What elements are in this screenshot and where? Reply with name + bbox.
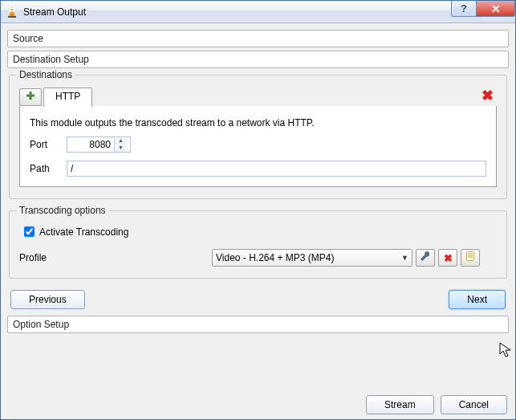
help-button[interactable]: ? xyxy=(451,1,477,17)
activate-transcoding-label: Activate Transcoding xyxy=(39,226,128,238)
add-destination-button[interactable] xyxy=(19,88,42,106)
destinations-fieldset: Destinations HTTP ✖ This module outputs … xyxy=(9,75,507,199)
document-icon xyxy=(465,251,476,265)
previous-button[interactable]: Previous xyxy=(10,290,85,309)
activate-transcoding-checkbox[interactable] xyxy=(24,226,35,237)
transcoding-legend: Transcoding options xyxy=(16,205,109,216)
nav-row: Previous Next xyxy=(10,290,506,309)
section-option-setup[interactable]: Option Setup xyxy=(7,316,509,333)
help-icon: ? xyxy=(461,2,467,14)
profile-value: Video - H.264 + MP3 (MP4) xyxy=(216,252,335,263)
vlc-icon xyxy=(6,6,18,18)
cursor-icon xyxy=(499,342,512,361)
bottom-buttons: Stream Cancel xyxy=(366,395,507,414)
profile-row: Profile Video - H.264 + MP3 (MP4) ▼ ✖ xyxy=(19,249,497,267)
wrench-icon xyxy=(420,251,431,265)
chevron-down-icon[interactable]: ▼ xyxy=(115,145,127,152)
transcoding-fieldset: Transcoding options Activate Transcoding… xyxy=(9,210,507,279)
port-spinner[interactable]: ▲ ▼ xyxy=(67,137,131,153)
destinations-legend: Destinations xyxy=(16,69,75,80)
destination-tabs: HTTP ✖ xyxy=(19,85,497,106)
x-icon: ✖ xyxy=(444,252,453,264)
cancel-button[interactable]: Cancel xyxy=(441,395,507,414)
http-tab-body: This module outputs the transcoded strea… xyxy=(19,106,497,187)
path-row: Path xyxy=(30,161,486,177)
dialog-body: Source Destination Setup Destinations HT… xyxy=(1,23,515,419)
svg-rect-6 xyxy=(467,252,474,261)
port-stepper[interactable]: ▲ ▼ xyxy=(114,137,127,152)
port-label: Port xyxy=(30,139,67,150)
stream-button[interactable]: Stream xyxy=(366,395,434,414)
remove-destination-button[interactable]: ✖ xyxy=(481,87,494,104)
delete-profile-button[interactable]: ✖ xyxy=(438,249,457,267)
destination-panel: Destinations HTTP ✖ This module outputs … xyxy=(9,75,507,309)
path-input[interactable] xyxy=(67,161,486,177)
section-destination-setup[interactable]: Destination Setup xyxy=(7,51,509,68)
svg-rect-1 xyxy=(10,10,14,12)
window-buttons: ? ✕ xyxy=(451,1,515,22)
tab-http[interactable]: HTTP xyxy=(43,88,92,107)
activate-transcoding-row: Activate Transcoding xyxy=(21,224,497,239)
section-source[interactable]: Source xyxy=(7,30,509,47)
x-icon: ✖ xyxy=(481,88,494,104)
port-row: Port ▲ ▼ xyxy=(30,137,486,153)
next-button[interactable]: Next xyxy=(449,290,506,309)
edit-profile-button[interactable] xyxy=(416,249,435,267)
window-title: Stream Output xyxy=(23,6,451,18)
close-icon: ✕ xyxy=(491,2,501,15)
plus-icon xyxy=(25,90,36,104)
titlebar[interactable]: Stream Output ? ✕ xyxy=(1,1,515,23)
port-input[interactable] xyxy=(67,139,114,150)
chevron-up-icon[interactable]: ▲ xyxy=(115,137,127,145)
svg-rect-2 xyxy=(10,7,14,9)
stream-output-dialog: Stream Output ? ✕ Source Destination Set… xyxy=(0,0,516,420)
new-profile-button[interactable] xyxy=(461,249,480,267)
path-label: Path xyxy=(30,163,67,174)
svg-rect-3 xyxy=(8,16,16,18)
close-button[interactable]: ✕ xyxy=(477,1,515,17)
profile-label: Profile xyxy=(19,252,212,263)
svg-rect-5 xyxy=(26,95,35,97)
chevron-down-icon: ▼ xyxy=(401,254,408,262)
http-description: This module outputs the transcoded strea… xyxy=(30,117,486,128)
profile-select[interactable]: Video - H.264 + MP3 (MP4) ▼ xyxy=(212,249,412,267)
